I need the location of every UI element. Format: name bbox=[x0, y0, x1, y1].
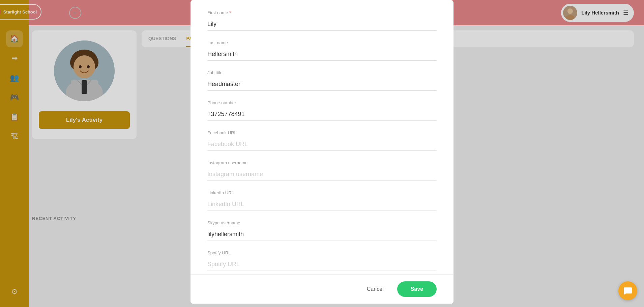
label-phone_number: Phone number bbox=[207, 100, 437, 105]
label-skype_username: Skype username bbox=[207, 220, 437, 225]
form-field-last_name: Last name bbox=[207, 40, 437, 61]
form-field-facebook_url: Facebook URL bbox=[207, 130, 437, 151]
input-phone_number[interactable] bbox=[207, 108, 437, 121]
cancel-button[interactable]: Cancel bbox=[360, 282, 390, 296]
form-field-linkedin_url: LinkedIn URL bbox=[207, 190, 437, 211]
label-instagram_username: Instagram username bbox=[207, 160, 437, 165]
input-job_title[interactable] bbox=[207, 78, 437, 91]
save-button[interactable]: Save bbox=[397, 281, 437, 297]
form-field-spotify_url: Spotify URL bbox=[207, 250, 437, 271]
input-skype_username[interactable] bbox=[207, 228, 437, 241]
input-first_name[interactable] bbox=[207, 18, 437, 31]
label-spotify_url: Spotify URL bbox=[207, 250, 437, 255]
input-facebook_url[interactable] bbox=[207, 138, 437, 151]
input-spotify_url[interactable] bbox=[207, 258, 437, 271]
form-field-phone_number: Phone number bbox=[207, 100, 437, 121]
form-field-instagram_username: Instagram username bbox=[207, 160, 437, 181]
input-last_name[interactable] bbox=[207, 48, 437, 61]
input-linkedin_url[interactable] bbox=[207, 198, 437, 211]
label-linkedin_url: LinkedIn URL bbox=[207, 190, 437, 195]
edit-profile-modal: First name *Last nameJob titlePhone numb… bbox=[191, 0, 453, 304]
chat-bubble[interactable] bbox=[618, 281, 637, 300]
form-field-job_title: Job title bbox=[207, 70, 437, 91]
modal-footer: Cancel Save bbox=[191, 274, 453, 304]
label-last_name: Last name bbox=[207, 40, 437, 45]
modal-body: First name *Last nameJob titlePhone numb… bbox=[191, 0, 453, 274]
modal-overlay: First name *Last nameJob titlePhone numb… bbox=[0, 0, 644, 307]
form-field-first_name: First name * bbox=[207, 10, 437, 31]
label-facebook_url: Facebook URL bbox=[207, 130, 437, 135]
label-job_title: Job title bbox=[207, 70, 437, 75]
form-field-skype_username: Skype username bbox=[207, 220, 437, 241]
input-instagram_username[interactable] bbox=[207, 168, 437, 181]
label-first_name: First name * bbox=[207, 10, 437, 15]
